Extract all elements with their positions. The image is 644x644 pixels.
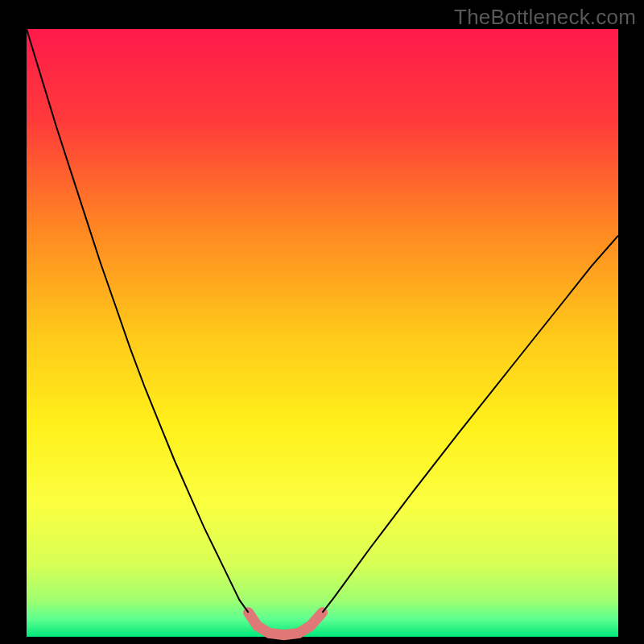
chart-gradient-bg [27, 29, 618, 637]
watermark-text: TheBottleneck.com [454, 5, 636, 30]
bottleneck-chart [0, 0, 644, 644]
chart-container: TheBottleneck.com [0, 0, 644, 644]
